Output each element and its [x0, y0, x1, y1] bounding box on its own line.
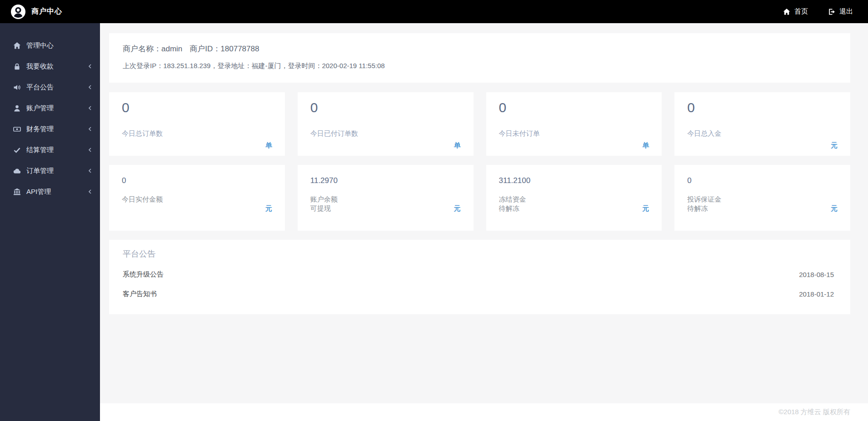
volume-icon: [13, 84, 21, 91]
chevron-left-icon: [88, 148, 92, 152]
stat-label: 冻结资金: [499, 195, 526, 204]
stat-card-total-orders: 0 今日总订单数 单: [109, 92, 285, 156]
home-link[interactable]: 首页: [783, 7, 808, 16]
chevron-left-icon: [88, 127, 92, 131]
sidebar-item-label: API管理: [26, 188, 88, 196]
stat-value: 11.2970: [310, 176, 461, 185]
announcement-row[interactable]: 客户告知书 2018-01-12: [123, 290, 834, 298]
sidebar-item-label: 我要收款: [26, 62, 88, 71]
merchant-info-card: 商户名称：admin商户ID：180778788 上次登录IP：183.251.…: [109, 33, 850, 83]
stat-sublabel: [122, 204, 163, 213]
merchant-name-value: admin: [161, 45, 182, 53]
stat-card-complaint-deposit: 0 投诉保证金 待解冻 元: [674, 165, 850, 231]
merchant-id-label: 商户ID：: [190, 45, 220, 53]
stat-sublabel: 可提现: [310, 204, 338, 213]
stat-card-paid-orders: 0 今日已付订单数 单: [298, 92, 474, 156]
stat-value: 0: [687, 100, 838, 115]
cloud-icon: [13, 167, 21, 175]
topbar-nav: 首页 退出: [763, 7, 868, 16]
lock-icon: [13, 63, 21, 70]
sidebar-item-label: 平台公告: [26, 83, 88, 92]
brand: 商户中心: [0, 5, 62, 19]
stat-card-paid-amount: 0 今日实付金额 元: [109, 165, 285, 231]
stat-card-unpaid-orders: 0 今日未付订单 单: [486, 92, 662, 156]
stat-sublabel: 待解冻: [687, 204, 721, 213]
sidebar-item-admin-center[interactable]: 管理中心: [0, 35, 100, 56]
stat-value: 0: [122, 100, 272, 115]
sidebar-item-label: 账户管理: [26, 104, 88, 113]
merchant-name-label: 商户名称：: [123, 45, 161, 53]
sidebar-item-label: 财务管理: [26, 125, 88, 134]
chevron-left-icon: [88, 189, 92, 194]
stat-row-2: 0 今日实付金额 元 11.2970 账户余额 可提现 元: [109, 165, 850, 231]
stat-unit: 元: [831, 204, 838, 213]
chevron-left-icon: [88, 64, 92, 69]
stat-labels: 今日实付金额: [122, 195, 163, 213]
topbar: 商户中心 首页 退出: [0, 0, 868, 23]
announcement-row[interactable]: 系统升级公告 2018-08-15: [123, 270, 834, 279]
stat-unit: 单: [499, 141, 649, 150]
page-footer: ©2018 方维云 版权所有: [100, 403, 868, 421]
stat-labels: 账户余额 可提现: [310, 195, 338, 213]
stat-label: 今日总订单数: [122, 129, 272, 138]
stat-labels: 冻结资金 待解冻: [499, 195, 526, 213]
announcement-title[interactable]: 客户告知书: [123, 290, 157, 298]
sidebar-item-finance-management[interactable]: 财务管理: [0, 119, 100, 139]
sidebar-item-order-management[interactable]: 订单管理: [0, 160, 100, 181]
sidebar-item-settlement-management[interactable]: 结算管理: [0, 139, 100, 160]
stat-value: 311.2100: [499, 176, 649, 185]
money-icon: [13, 125, 21, 133]
stat-labels: 投诉保证金 待解冻: [687, 195, 721, 213]
stat-value: 0: [687, 176, 838, 185]
sidebar-item-label: 订单管理: [26, 167, 88, 175]
logout-link-label: 退出: [839, 7, 853, 16]
sidebar-nav: 管理中心 我要收款 平台公告 账户管理: [0, 23, 100, 202]
sidebar-item-collect-payment[interactable]: 我要收款: [0, 56, 100, 77]
chevron-left-icon: [88, 106, 92, 110]
check-icon: [13, 146, 21, 154]
copyright-text: ©2018 方维云 版权所有: [778, 408, 850, 416]
bank-icon: [13, 188, 21, 196]
sign-out-icon: [828, 8, 835, 15]
stat-value: 0: [122, 176, 272, 185]
sidebar-item-platform-announcements[interactable]: 平台公告: [0, 77, 100, 98]
announcements-title: 平台公告: [123, 248, 834, 259]
app-title: 商户中心: [31, 7, 62, 16]
stat-row-1: 0 今日总订单数 单 0 今日已付订单数 单 0 今日未付订单 单 0 今日总入…: [109, 92, 850, 156]
stat-unit: 单: [310, 141, 461, 150]
sidebar-item-label: 管理中心: [26, 41, 92, 50]
content: 商户名称：admin商户ID：180778788 上次登录IP：183.251.…: [100, 23, 868, 403]
chevron-left-icon: [88, 168, 92, 173]
home-link-label: 首页: [794, 7, 808, 16]
sidebar-item-label: 结算管理: [26, 146, 88, 154]
sidebar-item-api-management[interactable]: API管理: [0, 181, 100, 202]
home-icon: [783, 8, 790, 15]
sidebar: 管理中心 我要收款 平台公告 账户管理: [0, 23, 100, 421]
stat-label: 今日未付订单: [499, 129, 649, 138]
sidebar-item-account-management[interactable]: 账户管理: [0, 98, 100, 119]
stat-label: 今日已付订单数: [310, 129, 461, 138]
chevron-left-icon: [88, 85, 92, 89]
stat-value: 0: [310, 100, 461, 115]
stat-value: 0: [499, 100, 649, 115]
stat-card-account-balance: 11.2970 账户余额 可提现 元: [298, 165, 474, 231]
announcement-title[interactable]: 系统升级公告: [123, 270, 164, 279]
avatar-logo-icon: [11, 5, 25, 19]
announcement-date: 2018-08-15: [799, 271, 834, 278]
stat-card-total-income: 0 今日总入金 元: [674, 92, 850, 156]
logout-link[interactable]: 退出: [828, 7, 853, 16]
stat-unit: 元: [642, 204, 649, 213]
merchant-id-value: 180778788: [220, 45, 259, 53]
stat-label: 账户余额: [310, 195, 338, 204]
stat-unit: 单: [122, 141, 272, 150]
last-login-line: 上次登录IP：183.251.18.239，登录地址：福建-厦门，登录时间：20…: [123, 62, 837, 70]
merchant-identity-line: 商户名称：admin商户ID：180778788: [123, 44, 837, 54]
stat-card-frozen-funds: 311.2100 冻结资金 待解冻 元: [486, 165, 662, 231]
stat-unit: 元: [454, 204, 461, 213]
stat-unit: 元: [687, 141, 838, 150]
user-icon: [13, 104, 21, 112]
announcements-card: 平台公告 系统升级公告 2018-08-15 客户告知书 2018-01-12: [109, 240, 850, 314]
stat-unit: 元: [265, 204, 272, 213]
home-icon: [13, 42, 21, 50]
main-area: 商户名称：admin商户ID：180778788 上次登录IP：183.251.…: [100, 0, 868, 421]
